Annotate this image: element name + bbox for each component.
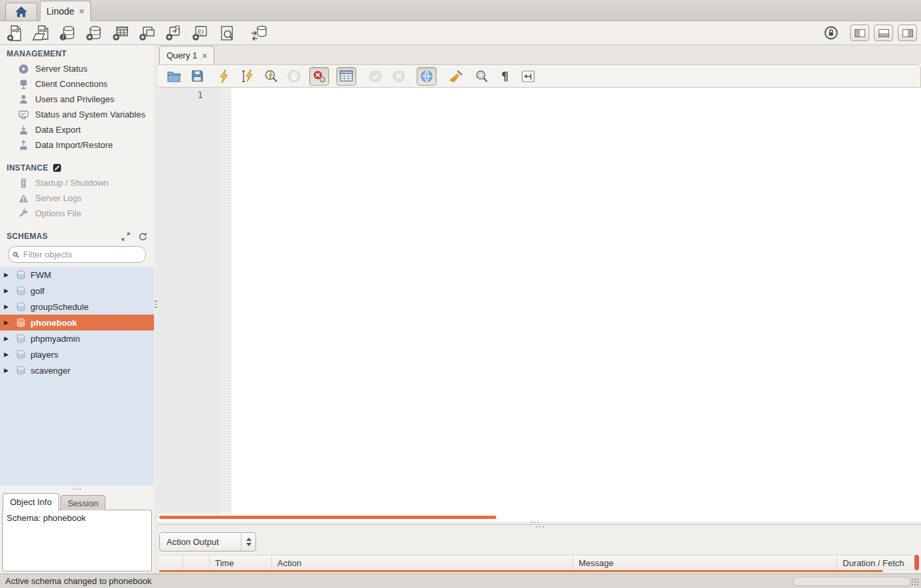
search-objects-button[interactable]	[218, 24, 236, 42]
create-schema-button[interactable]	[85, 24, 104, 42]
status-bar: Active schema changed to phonebook	[0, 573, 921, 588]
output-col-message[interactable]: Message	[573, 555, 837, 571]
tab-object-info[interactable]: Object Info	[3, 493, 59, 510]
expander-icon[interactable]: ▶	[4, 367, 11, 374]
expander-icon[interactable]: ▶	[4, 351, 11, 358]
editor-hscrollbar[interactable]	[158, 514, 921, 522]
expander-icon[interactable]: ▶	[4, 335, 11, 342]
limit-rows-button[interactable]	[336, 67, 356, 86]
explain-button[interactable]	[263, 68, 279, 84]
left-panel-icon	[855, 29, 865, 37]
output-type-select[interactable]: Action Output	[159, 532, 256, 551]
tab-query-1[interactable]: Query 1 ×	[159, 46, 214, 64]
output-col-time[interactable]: Time	[210, 555, 272, 571]
sidebar-item-data-import[interactable]: Data Import/Restore	[0, 137, 154, 153]
output-hscrollbar-thumb[interactable]	[793, 577, 911, 586]
editor-output-splitter[interactable]	[158, 522, 921, 528]
schema-row-players[interactable]: ▶ players	[0, 346, 154, 362]
toggle-right-sidebar-button[interactable]	[898, 25, 917, 41]
svg-text:f(): f()	[198, 28, 204, 35]
sidebar-item-status-system-variables[interactable]: Status and System Variables	[0, 107, 154, 122]
expander-icon[interactable]: ▶	[4, 287, 11, 294]
schema-row-groupschedule[interactable]: ▶ groupSchedule	[0, 299, 154, 315]
editor-hscrollbar-thumb[interactable]	[159, 516, 496, 519]
beautify-button[interactable]	[448, 68, 464, 84]
schema-row-scavenger[interactable]: ▶ scavenger	[0, 362, 154, 378]
output-col-action[interactable]: Action	[272, 555, 573, 571]
limit-rows-grid-icon	[339, 69, 354, 84]
find-magnifier-icon	[474, 69, 489, 84]
create-table-button[interactable]	[111, 24, 130, 42]
schema-tree: ▶ FWM ▶ golf ▶ groupSchedule ▶ phonebook…	[0, 267, 154, 486]
connection-tab-label: Linode	[46, 6, 74, 17]
output-vscrollbar[interactable]	[914, 555, 919, 570]
object-info-text: Schema: phonebook	[7, 513, 86, 523]
schema-name: FWM	[31, 270, 51, 280]
find-button[interactable]	[474, 68, 490, 84]
execute-current-button[interactable]	[240, 68, 255, 84]
options-file-icon	[18, 208, 29, 219]
new-sql-editor-button[interactable]: SQL	[5, 24, 24, 42]
show-invisibles-button[interactable]: ¶	[497, 68, 513, 84]
sidebar-item-startup-shutdown[interactable]: Startup / Shutdown	[0, 175, 154, 190]
execute-button[interactable]	[216, 68, 232, 84]
save-script-button[interactable]	[189, 68, 205, 84]
toggle-left-sidebar-button[interactable]	[850, 25, 869, 41]
execute-lightning-icon	[217, 69, 232, 84]
sidebar-item-server-logs[interactable]: Server Logs	[0, 190, 154, 206]
schema-row-phpmyadmin[interactable]: ▶ phpmyadmin	[0, 331, 154, 346]
create-function-button[interactable]: f()	[191, 24, 210, 42]
toggle-wrap-button[interactable]	[520, 68, 536, 84]
schema-row-phonebook[interactable]: ▶ phonebook	[0, 315, 154, 331]
schema-row-fwm[interactable]: ▶ FWM	[0, 267, 154, 283]
schema-name: groupSchedule	[31, 302, 88, 312]
home-icon	[14, 5, 29, 19]
database-sync-button[interactable]	[249, 24, 268, 42]
create-function-icon: f()	[192, 25, 209, 42]
system-variables-icon	[18, 110, 29, 120]
stop-on-error-icon	[312, 69, 326, 84]
create-procedure-button[interactable]	[165, 24, 183, 42]
database-info-button[interactable]: i	[58, 24, 77, 42]
expand-schemas-icon[interactable]	[121, 232, 130, 241]
splitter-grip	[155, 301, 157, 308]
sidebar-item-server-status[interactable]: Server Status	[0, 61, 154, 76]
sidebar-item-data-export[interactable]: Data Export	[0, 122, 154, 137]
server-status-icon	[18, 64, 29, 74]
toggle-stop-on-error-button[interactable]	[309, 67, 329, 86]
expander-icon[interactable]: ▶	[4, 271, 11, 278]
schema-filter-input[interactable]	[22, 249, 141, 260]
expander-icon[interactable]: ▶	[4, 319, 11, 326]
close-icon[interactable]: ×	[79, 7, 84, 16]
tab-session[interactable]: Session	[60, 495, 106, 510]
user-icon	[18, 94, 29, 105]
output-col-duration[interactable]: Duration / Fetch	[837, 555, 917, 571]
resize-grip-icon[interactable]	[911, 578, 919, 586]
editor-text-area[interactable]	[232, 88, 921, 514]
execute-current-icon	[240, 69, 255, 84]
schema-row-golf[interactable]: ▶ golf	[0, 283, 154, 299]
home-tab[interactable]	[5, 3, 37, 21]
toggle-autocommit-button[interactable]	[417, 67, 437, 86]
create-schema-icon	[86, 25, 103, 42]
toggle-output-panel-button[interactable]	[874, 25, 893, 41]
sidebar-splitter-handle[interactable]	[0, 486, 154, 492]
spinner-icon[interactable]	[241, 533, 255, 551]
refresh-schemas-icon[interactable]	[138, 232, 147, 241]
open-script-button[interactable]	[166, 68, 182, 84]
sql-editor[interactable]: 1	[158, 88, 921, 514]
sidebar-item-options-file[interactable]: Options File	[0, 206, 154, 221]
new-sql-file-icon: SQL	[6, 25, 23, 42]
search-icon	[13, 250, 19, 260]
connection-tab[interactable]: Linode ×	[40, 1, 91, 21]
commit-button	[368, 68, 384, 84]
svg-text:SQL: SQL	[39, 29, 48, 33]
open-sql-script-button[interactable]: SQL	[32, 24, 50, 42]
sidebar-item-client-connections[interactable]: Client Connections	[0, 76, 154, 92]
create-procedure-icon	[165, 25, 182, 42]
expander-icon[interactable]: ▶	[4, 303, 11, 310]
client-connections-icon	[18, 79, 29, 90]
close-icon[interactable]: ×	[202, 51, 207, 60]
sidebar-item-users-privileges[interactable]: Users and Privileges	[0, 92, 154, 107]
create-view-button[interactable]	[138, 24, 157, 42]
